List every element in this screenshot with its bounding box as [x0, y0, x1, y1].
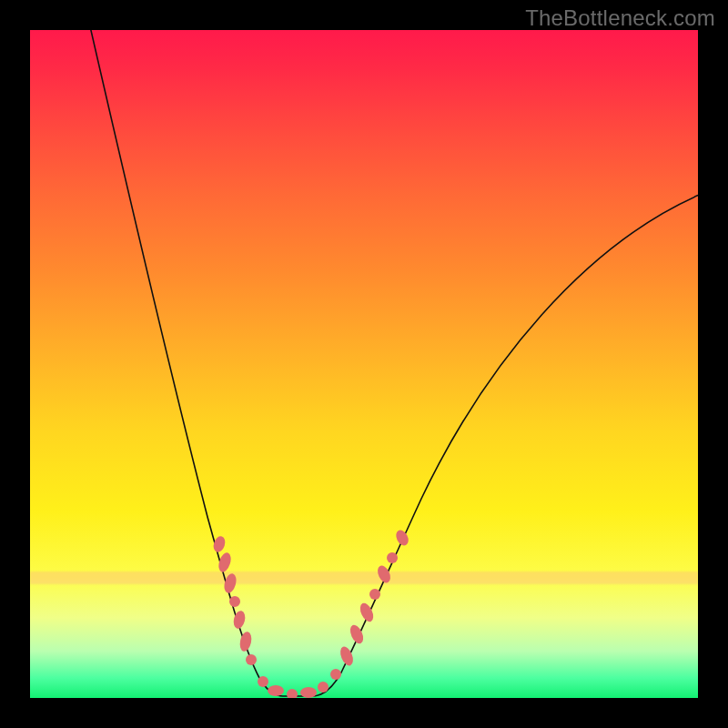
bottleneck-curve	[30, 30, 698, 698]
svg-point-19	[394, 528, 411, 547]
svg-point-1	[217, 551, 233, 574]
svg-point-6	[246, 654, 257, 665]
watermark-text: TheBottleneck.com	[525, 5, 715, 31]
chart-stage: TheBottleneck.com	[0, 0, 728, 728]
svg-point-12	[330, 669, 341, 680]
svg-point-11	[318, 682, 329, 693]
svg-point-9	[287, 689, 298, 698]
curve-path	[85, 30, 698, 696]
svg-point-10	[300, 687, 317, 698]
plot-area	[30, 30, 698, 698]
svg-point-18	[387, 552, 398, 563]
svg-point-8	[268, 685, 284, 696]
svg-point-7	[258, 676, 268, 687]
svg-point-5	[238, 631, 253, 652]
svg-point-16	[369, 589, 380, 600]
svg-point-3	[229, 596, 240, 607]
curve-beads	[212, 528, 411, 698]
